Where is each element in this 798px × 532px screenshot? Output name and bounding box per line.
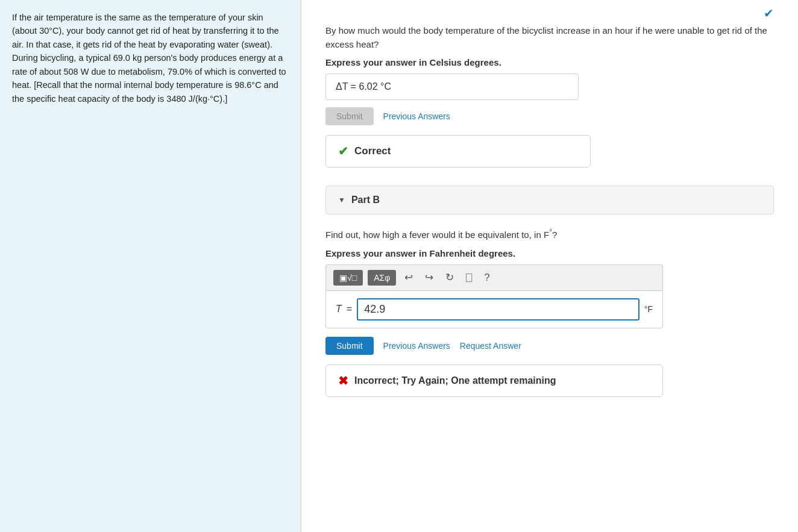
part-b-question-text: Find out, how high a fever would it be e… xyxy=(325,230,557,240)
part-a-express-label: Express your answer in Celsius degrees. xyxy=(325,57,774,67)
part-b-express-label: Express your answer in Fahrenheit degree… xyxy=(325,248,774,258)
part-b-submit-button[interactable]: Submit xyxy=(325,337,374,355)
math-toolbar: ▣√□ ΑΣφ ↩ ↪ ↻ ⎕ ? xyxy=(325,264,663,290)
part-b-question: Find out, how high a fever would it be e… xyxy=(325,227,774,242)
part-b-previous-answers-link[interactable]: Previous Answers xyxy=(383,341,450,351)
part-a-submit-button[interactable]: Submit xyxy=(325,107,374,125)
part-a-submit-row: Submit Previous Answers xyxy=(325,107,774,125)
checkmark-symbol: ✔ xyxy=(764,7,774,20)
correct-label: Correct xyxy=(354,145,391,157)
math-equals-sign: = xyxy=(347,304,352,315)
top-correct-checkmark: ✔ xyxy=(325,6,774,20)
part-b-incorrect-box: ✖ Incorrect; Try Again; One attempt rema… xyxy=(325,365,663,397)
incorrect-label: Incorrect; Try Again; One attempt remain… xyxy=(354,375,556,386)
part-b-section: ▼ Part B xyxy=(325,186,774,214)
math-input-row: T = °F xyxy=(325,290,663,328)
template-button[interactable]: ▣√□ xyxy=(333,270,363,286)
request-answer-link[interactable]: Request Answer xyxy=(460,341,521,351)
math-variable-label: T xyxy=(336,304,342,315)
part-a-question-text: By how much would the body temperature o… xyxy=(325,25,767,49)
right-panel: ✔ By how much would the body temperature… xyxy=(301,0,798,532)
part-a-answer-display: ΔT = 6.02 °C xyxy=(325,74,579,100)
part-a-correct-box: ✔ Correct xyxy=(325,135,591,167)
part-a-question: By how much would the body temperature o… xyxy=(325,24,774,51)
part-b-express-text: Express your answer in Fahrenheit degree… xyxy=(325,248,515,258)
correct-check-icon: ✔ xyxy=(338,144,348,158)
math-input-field[interactable] xyxy=(357,298,639,321)
keyboard-button[interactable]: ⎕ xyxy=(462,271,476,285)
math-unit-label: °F xyxy=(644,304,653,314)
context-text: If the air temperature is the same as th… xyxy=(12,11,289,105)
part-b-label: Part B xyxy=(351,195,380,205)
part-a-express-text: Express your answer in Celsius degrees. xyxy=(325,57,501,67)
part-b-header[interactable]: ▼ Part B xyxy=(338,195,761,205)
part-a-answer-value: ΔT = 6.02 °C xyxy=(336,81,391,92)
part-b-submit-row: Submit Previous Answers Request Answer xyxy=(325,337,774,355)
undo-button[interactable]: ↩ xyxy=(401,270,416,285)
redo-button[interactable]: ↪ xyxy=(421,270,437,285)
problem-context: If the air temperature is the same as th… xyxy=(0,0,301,532)
chevron-down-icon: ▼ xyxy=(338,196,345,204)
incorrect-cross-icon: ✖ xyxy=(338,374,348,388)
greek-button[interactable]: ΑΣφ xyxy=(368,270,396,286)
reset-button[interactable]: ↻ xyxy=(442,270,457,285)
help-button[interactable]: ? xyxy=(480,271,493,285)
part-a-previous-answers-link[interactable]: Previous Answers xyxy=(383,111,450,121)
